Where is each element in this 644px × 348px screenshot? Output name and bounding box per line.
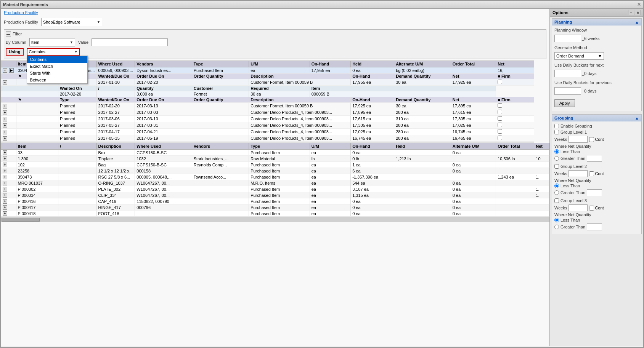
options-buttons: − ✕	[628, 10, 641, 15]
scrollbar-thumb[interactable]	[2, 218, 40, 222]
cont-checkbox-1[interactable]	[589, 137, 594, 142]
close-button[interactable]: ✕	[637, 2, 641, 7]
daily-next-input[interactable]	[554, 70, 581, 77]
expand-icon[interactable]: +	[3, 104, 7, 109]
expand-icon[interactable]: +	[3, 205, 7, 210]
using-button[interactable]: Using	[6, 48, 24, 56]
cell-on-hand: 17,955 ea	[310, 67, 350, 73]
value-input[interactable]	[92, 38, 168, 46]
expand-icon[interactable]: +	[3, 156, 7, 161]
left-panel: Production Facility Production Facility …	[1, 9, 550, 346]
sub-col-demand: Demand Quantity	[394, 73, 451, 79]
group-level-1-checkbox[interactable]	[554, 130, 559, 134]
lower-row-1[interactable]: + 03 Box CCPS150-B-SC Purchased Item ea …	[1, 150, 549, 156]
expand-icon[interactable]: +	[3, 110, 7, 115]
enable-grouping-checkbox[interactable]	[554, 124, 559, 128]
dropdown-item-starts[interactable]: Starts With	[27, 70, 87, 77]
by-column-dropdown[interactable]: Item ▼	[29, 38, 75, 46]
chevron-down-icon: ▼	[70, 40, 73, 44]
lower-row-9[interactable]: + P 000416 CAP_416 1150822, 000790 Purch…	[1, 198, 549, 204]
demand-wanted: 2017-02-20	[58, 91, 96, 97]
expand-icon[interactable]: +	[3, 175, 7, 179]
expand-icon[interactable]: +	[3, 187, 7, 192]
options-minimize-button[interactable]: −	[628, 10, 634, 15]
greater-than-input-1[interactable]	[587, 155, 602, 162]
daily-next-label-row: Use Daily Buckets for next	[554, 63, 639, 67]
lower-row-3[interactable]: + 102 Bag CCPS150-B-SC Reynolds Comp... …	[1, 162, 549, 168]
expand-icon[interactable]: +	[3, 199, 7, 204]
col-expand	[1, 61, 16, 67]
lower-row-2[interactable]: + 1.390 Tinplate 1032 Stark Industries_.…	[1, 156, 549, 162]
expand-icon[interactable]: +	[3, 169, 7, 173]
generate-method-dropdown[interactable]: Order Demand ▼	[554, 52, 604, 60]
cont-checkbox-2[interactable]	[589, 171, 594, 176]
expand-icon[interactable]: +	[3, 163, 7, 167]
sub2-row-3[interactable]: + Planned 2017-03-06 2017-03-10 Customer…	[1, 116, 549, 122]
expand-icon2[interactable]: ▶	[9, 68, 14, 73]
less-than-radio-2[interactable]	[554, 184, 559, 188]
filter-collapse-button[interactable]: —	[6, 31, 11, 37]
daily-prev-input[interactable]	[554, 87, 581, 95]
sub2-row-5[interactable]: + Planned 2017-04-17 2017-04-21 Customer…	[1, 129, 549, 135]
production-facility-dropdown[interactable]: ShopEdge Software ▼	[41, 18, 102, 26]
weeks-input-1[interactable]	[569, 136, 588, 143]
lower-col-expand	[1, 143, 16, 150]
dropdown-item-contains[interactable]: Contains	[27, 56, 87, 63]
apply-button[interactable]: Apply	[554, 99, 575, 107]
grouping-label: Grouping	[554, 116, 573, 120]
options-close-button[interactable]: ✕	[635, 10, 641, 15]
expand-icon[interactable]: +	[3, 193, 7, 198]
less-than-radio-3[interactable]	[554, 218, 559, 222]
lower-row-8[interactable]: + P 000334 CLIP_334 W10647267, 00... Pur…	[1, 192, 549, 198]
greater-than-radio-3[interactable]	[554, 225, 559, 229]
horizontal-scrollbar[interactable]	[1, 217, 549, 222]
main-table-area[interactable]: Item Description Where Used Vendors Type…	[1, 61, 549, 346]
weeks-input-3[interactable]	[569, 204, 588, 211]
expand-icon[interactable]: −	[3, 68, 7, 73]
sub2-row-2[interactable]: + Planned 2017-02-27 2017-03-03 Customer…	[1, 109, 549, 116]
expand-icon[interactable]: +	[3, 211, 7, 216]
breadcrumb[interactable]: Production Facility	[1, 9, 549, 16]
sub2-row-4[interactable]: + Planned 2017-03-27 2017-03-31 Customer…	[1, 122, 549, 129]
greater-than-radio-2[interactable]	[554, 190, 559, 195]
lower-col-net: Net	[534, 143, 549, 150]
lower-row-4[interactable]: + 23258 12 1/2 x 12 1/2 x... 000158 Purc…	[1, 168, 549, 174]
greater-than-input-2[interactable]	[587, 189, 602, 196]
expand-icon[interactable]: −	[3, 80, 7, 85]
expand-icon[interactable]: +	[3, 117, 7, 121]
expand-icon[interactable]: +	[3, 123, 7, 128]
group-level-3-checkbox[interactable]	[554, 198, 559, 203]
lower-col-vendors: Vendors	[192, 143, 249, 150]
grouping-section-header[interactable]: Grouping ▲	[552, 115, 641, 121]
lower-col-on-hand: On-Hand	[351, 143, 394, 150]
weeks-input-2[interactable]	[569, 170, 588, 177]
greater-than-input-3[interactable]	[587, 223, 602, 230]
using-dropdown[interactable]: Contains ▼	[27, 48, 80, 56]
dropdown-item-between[interactable]: Between	[27, 77, 87, 83]
lower-row-6[interactable]: + MRO 001037 O-RING_1037 W10647267, 00..…	[1, 180, 549, 186]
sub-firm[interactable]	[496, 79, 534, 86]
dropdown-item-exact[interactable]: Exact Match	[27, 63, 87, 70]
cont-checkbox-3[interactable]	[589, 206, 594, 211]
less-than-radio-1[interactable]	[554, 149, 559, 154]
sub2-row-1[interactable]: + Planned 2017-02-20 2017-03-13 Customer…	[1, 103, 549, 109]
enable-grouping-label: Enable Grouping	[560, 124, 592, 128]
lower-row-11[interactable]: + P 000418 FOOT_418 Purchased Item ea 0 …	[1, 211, 549, 217]
greater-than-radio-1[interactable]	[554, 156, 559, 161]
planning-window-input[interactable]	[554, 35, 581, 42]
title-bar: Material Requirements ✕	[1, 1, 643, 9]
expand-icon[interactable]: +	[3, 136, 7, 141]
expand-icon[interactable]: +	[3, 181, 7, 185]
expand-icon[interactable]: +	[3, 150, 7, 155]
planning-section-header[interactable]: Planning ▲	[552, 19, 641, 26]
demand-row: 2017-02-20 3,000 ea Formet 30 ea 000059 …	[1, 91, 549, 97]
group-level-2-checkbox[interactable]	[554, 164, 559, 169]
cell-alt-um: bg (0.02 ea/bg)	[394, 67, 451, 73]
right-panel: Options − ✕ Planning ▲ Planning Window	[550, 9, 643, 346]
lower-row-7[interactable]: + P 000302 PLATE_302 W10647267, 00... Pu…	[1, 186, 549, 192]
col-on-hand: On-Hand	[310, 61, 350, 67]
lower-row-5[interactable]: + 350473 RSC 27 5/8 x 6... 000005, 00004…	[1, 174, 549, 180]
lower-row-10[interactable]: + P 000417 HINGE_417 000796 Purchased It…	[1, 204, 549, 211]
sub2-row-6[interactable]: + Planned 2017-05-15 2017-05-19 Customer…	[1, 135, 549, 142]
expand-icon[interactable]: +	[3, 130, 7, 134]
